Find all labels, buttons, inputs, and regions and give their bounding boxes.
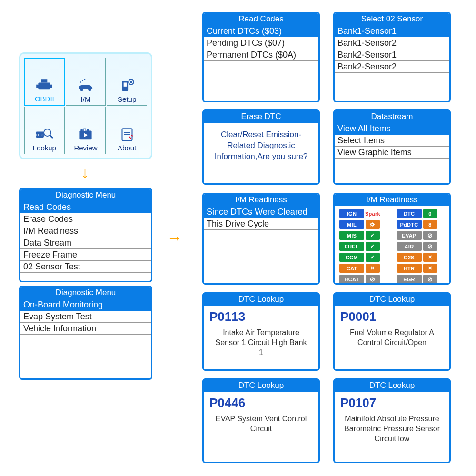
home-item-setup[interactable]: Setup [107,58,147,106]
list-item[interactable]: View Graphic Items [335,147,449,159]
x-icon [423,253,437,262]
home-item-about[interactable]: About [107,107,147,155]
na-icon [423,242,437,251]
svg-point-12 [130,81,132,83]
svg-point-7 [82,79,83,81]
erase-dtc-body: Clear/Reset Emission-Related Diagnostic … [204,123,318,169]
dtc-code: P0113 [204,306,318,324]
list-item[interactable]: Evap System Test [20,311,151,323]
list-item[interactable]: Data Stream [20,237,151,249]
x-icon [366,264,380,273]
status-label: EVAP [397,231,422,240]
list-item[interactable]: Since DTCs Were Cleared [204,206,318,218]
list-item[interactable]: Vehicle Information [20,323,151,335]
status-label: PdDTC [397,220,422,229]
list-item[interactable]: This Drive Cycle [204,218,318,230]
status-row: HCAT [339,275,387,284]
na-icon [423,275,437,284]
svg-point-6 [80,81,81,83]
panel-title: Diagnostic Menu [20,189,151,201]
list-item[interactable]: On-Board Monitoring [20,299,151,311]
status-row: HTR [397,264,445,273]
panel-title: Select 02 Sensor [335,13,449,25]
erase-dtc-panel: Erase DTC Clear/Reset Emission-Related D… [202,109,320,185]
diagnostic-menu-1: Diagnostic Menu Read CodesErase CodesI/M… [19,188,152,282]
home-item-label: Lookup [33,144,56,152]
status-label: HTR [397,264,422,273]
svg-rect-10 [123,82,126,86]
list-item[interactable]: Pending DTCs ($07) [204,37,318,49]
status-row: MIL⛭ [339,220,387,229]
home-item-label: OBDII [35,95,54,103]
svg-point-4 [80,88,83,91]
dtc-code: P0446 [204,392,318,410]
list-item[interactable]: Bank1-Sensor1 [335,25,449,37]
status-row: DTC0 [397,209,445,218]
status-label: FUEL [339,242,364,251]
im-readiness-list-panel: I/M Readiness Since DTCs Were ClearedThi… [202,193,320,285]
home-item-im[interactable]: I/M [66,58,106,106]
dtc-desc: Intake Air Temperature Sensor 1 Circuit … [204,324,318,361]
check-icon [366,253,380,262]
engine-icon: ⛭ [366,220,380,229]
about-icon [117,127,137,143]
check-icon [366,231,380,240]
panel-title: DTC Lookup [204,294,318,306]
dtc-desc: EVAP System Vent Control Circuit [204,410,318,438]
status-label: O2S [397,253,422,262]
dtc-code: P0107 [335,392,449,410]
svg-rect-20 [84,129,86,131]
obdii-icon [34,78,54,94]
status-value: 0 [423,209,437,218]
svg-point-15 [44,129,51,136]
diagnostic-menu-2: Diagnostic Menu On-Board MonitoringEvap … [19,286,152,380]
list-item[interactable]: Freeze Frame [20,249,151,261]
panel-title: DTC Lookup [335,294,449,306]
panel-title: Diagnostic Menu [20,287,151,299]
svg-point-5 [88,88,91,91]
home-item-obdii[interactable]: OBDII [24,58,65,106]
status-value: Spark [366,209,380,218]
status-row: EVAP [397,231,445,240]
svg-line-16 [50,135,53,138]
list-item[interactable]: Bank1-Sensor2 [335,37,449,49]
list-item[interactable]: Bank2-Sensor1 [335,49,449,61]
list-item[interactable]: Bank2-Sensor2 [335,61,449,73]
svg-rect-1 [37,84,40,87]
status-label: DTC [397,209,422,218]
panel-title: Erase DTC [204,111,318,123]
list-item[interactable]: Select Items [335,135,449,147]
home-item-label: Setup [118,95,136,103]
lookup-icon: DTC [34,127,54,143]
list-item[interactable]: 02 Sensor Test [20,261,151,273]
list-item[interactable]: View All Items [335,123,449,135]
list-item[interactable]: I/M Readiness [20,225,151,237]
panel-title: DTC Lookup [204,380,318,392]
status-row: EGR [397,275,445,284]
list-item[interactable]: Current DTCs ($03) [204,25,318,37]
home-menu: OBDIII/MSetupDTCLookupReviewAbout [19,52,152,159]
status-row: AIR [397,242,445,251]
home-item-lookup[interactable]: DTCLookup [24,107,65,155]
svg-rect-21 [87,129,89,131]
panel-title: I/M Readiness [335,194,449,206]
home-item-review[interactable]: Review [66,107,106,155]
status-row: CAT [339,264,387,273]
list-item[interactable]: Permanent DTCs ($0A) [204,49,318,61]
dtc-lookup-3: DTC Lookup P0107 Mainifold Absolute Pres… [333,378,451,463]
status-label: MIL [339,220,364,229]
datastream-panel: Datastream View All ItemsSelect ItemsVie… [333,109,451,185]
home-item-label: Review [74,144,97,152]
status-row: FUEL [339,242,387,251]
im-readiness-status-panel: I/M Readiness IGNSparkMIL⛭MISFUELCCMCATH… [333,193,451,285]
list-item[interactable]: Read Codes [20,201,151,213]
setup-icon [117,78,137,94]
home-item-label: About [118,144,136,152]
status-label: HCAT [339,275,364,284]
dtc-lookup-2: DTC Lookup P0446 EVAP System Vent Contro… [202,378,320,463]
status-value: 8 [423,220,437,229]
panel-title: Datastream [335,111,449,123]
status-row: IGNSpark [339,209,387,218]
read-codes-panel: Read Codes Current DTCs ($03)Pending DTC… [202,12,320,102]
list-item[interactable]: Erase Codes [20,213,151,225]
